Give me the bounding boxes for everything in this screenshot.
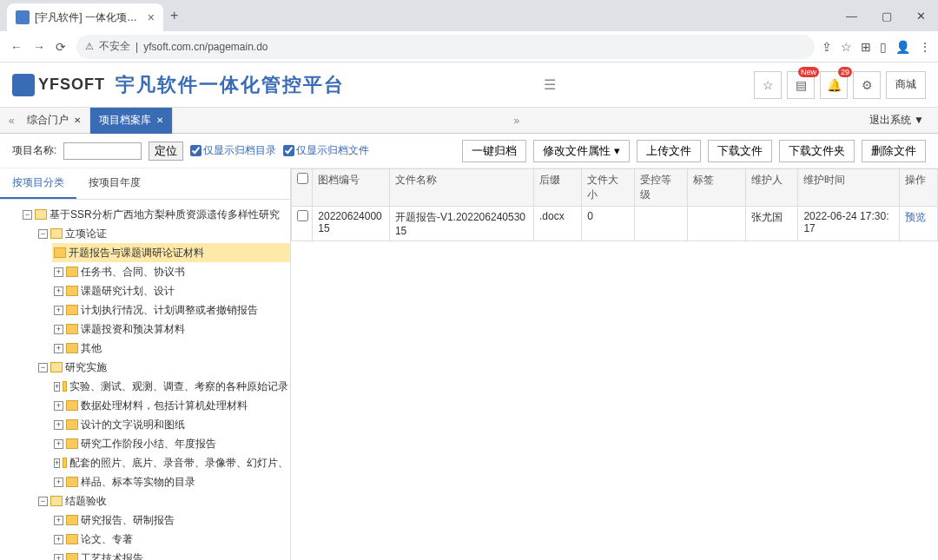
tab-scroll-right-icon[interactable]: » [510,115,523,127]
nav-back-icon[interactable]: ← [7,36,26,57]
collapse-icon[interactable]: − [38,497,48,506]
tree-node[interactable]: −立项论证 [36,224,290,243]
cell-action: 预览 [899,207,937,241]
tree-node[interactable]: +设计的文字说明和图纸 [52,415,290,434]
col-header[interactable]: 维护时间 [798,169,899,207]
expand-icon[interactable]: + [54,458,60,468]
tab-scroll-left-icon[interactable]: « [5,115,18,127]
expand-icon[interactable]: + [54,439,63,449]
app-logo[interactable]: YFSOFT [12,74,105,96]
tree-node[interactable]: −研究实施 [36,358,290,377]
share-icon[interactable]: ⇪ [822,40,832,54]
tree-node[interactable]: +样品、标本等实物的目录 [52,472,290,491]
nav-reload-icon[interactable]: ⟳ [52,36,69,57]
tree-node[interactable]: +任务书、合同、协议书 [52,262,290,281]
select-all-checkbox[interactable] [292,169,313,207]
tree-node[interactable]: +其他 [52,339,290,358]
preview-link[interactable]: 预览 [905,211,926,223]
tree-node[interactable]: +论文、专著 [52,530,290,549]
table-row[interactable]: 2022062400015 开题报告-V1.20220624053015 .do… [292,207,938,241]
upload-button[interactable]: 上传文件 [637,140,701,162]
header-bell-button[interactable]: 🔔29 [820,71,848,99]
expand-icon[interactable]: + [54,287,63,296]
download-folder-button[interactable]: 下载文件夹 [779,140,855,162]
tab-close-icon[interactable]: × [148,10,155,24]
locate-button[interactable]: 定位 [149,142,183,161]
folder-icon [66,419,78,430]
tree-node[interactable]: +研究报告、研制报告 [52,511,290,530]
cell-size: 0 [582,207,635,241]
collapse-icon[interactable]: − [23,210,32,220]
delete-button[interactable]: 删除文件 [862,140,926,162]
side-tab-year[interactable]: 按项目年度 [76,168,153,199]
window-maximize-icon[interactable]: ▢ [876,10,897,23]
window-minimize-icon[interactable]: — [841,10,862,23]
expand-icon[interactable]: + [54,535,63,544]
tree-node[interactable]: +配套的照片、底片、录音带、录像带、幻灯片、 [52,453,290,472]
header-menu-icon[interactable]: ☰ [544,76,556,93]
expand-icon[interactable]: + [54,325,63,334]
sidebar-tabs: 按项目分类 按项目年度 [0,168,290,200]
col-header[interactable]: 标签 [688,169,745,207]
tree-node[interactable]: +计划执行情况、计划调整或者撤销报告 [52,300,290,320]
side-tab-category[interactable]: 按项目分类 [0,168,76,199]
nav-forward-icon[interactable]: → [30,36,49,57]
new-tab-button[interactable]: + [170,8,178,23]
expand-icon[interactable]: + [54,420,63,430]
col-header[interactable]: 文件名称 [389,169,533,207]
expand-icon[interactable]: + [54,478,63,487]
tree-node[interactable]: +实验、测试、观测、调查、考察的各种原始记录 [52,377,290,396]
collapse-icon[interactable]: − [38,229,48,239]
tree-node[interactable]: +工艺技术报告 [52,549,290,560]
collapse-icon[interactable]: − [38,363,48,372]
col-header[interactable]: 文件大小 [582,169,635,207]
tree-node-selected[interactable]: 开题报告与课题调研论证材料 [52,243,290,262]
profile-icon[interactable]: 👤 [895,40,910,54]
project-name-input[interactable] [63,142,142,160]
tree-node[interactable]: +研究工作阶段小结、年度报告 [52,434,290,453]
row-checkbox[interactable] [292,207,313,241]
header-msg-button[interactable]: ▤New [787,71,815,99]
tree-node[interactable]: +课题投资和预决算材料 [52,320,290,339]
download-button[interactable]: 下载文件 [708,140,772,162]
main-area: 按项目分类 按项目年度 −基于SSR分析广西地方梨种质资源遗传多样性研究 −立项… [0,168,938,560]
tab-close-icon[interactable]: ✕ [156,115,163,125]
edit-attr-button[interactable]: 修改文件属性 ▾ [533,140,630,162]
inner-tab-portal[interactable]: 综合门户 ✕ [18,108,90,134]
expand-icon[interactable]: + [54,306,63,315]
tree-node[interactable]: −结题验收 [36,491,290,511]
tree-root[interactable]: −基于SSR分析广西地方梨种质资源遗传多样性研究 [21,205,290,224]
col-header[interactable]: 图档编号 [313,169,390,207]
tree-node[interactable]: +课题研究计划、设计 [52,281,290,300]
expand-icon[interactable]: + [54,382,60,392]
folder-icon [66,343,78,353]
show-archived-dirs-checkbox[interactable]: 仅显示归档目录 [190,143,276,158]
window-close-icon[interactable]: ✕ [911,10,931,23]
col-header[interactable]: 操作 [899,169,937,207]
archive-button[interactable]: 一键归档 [462,140,526,162]
show-archived-files-checkbox[interactable]: 仅显示归档文件 [283,143,369,158]
col-header[interactable]: 维护人 [745,169,798,207]
puzzle-icon[interactable]: ⊞ [861,40,871,54]
expand-icon[interactable]: + [54,267,63,277]
expand-icon[interactable]: + [54,344,63,353]
col-header[interactable]: 后缀 [533,169,581,207]
expand-icon[interactable]: + [54,554,63,561]
expand-icon[interactable]: + [54,401,63,411]
header-settings-button[interactable]: ⚙ [853,71,881,99]
project-tree[interactable]: −基于SSR分析广西地方梨种质资源遗传多样性研究 −立项论证 开题报告与课题调研… [0,200,290,560]
book-icon[interactable]: ▯ [880,40,887,54]
tab-close-icon[interactable]: ✕ [74,115,81,125]
tree-node[interactable]: +数据处理材料，包括计算机处理材料 [52,396,290,415]
inner-tab-archive[interactable]: 项目档案库 ✕ [90,108,173,134]
col-header[interactable]: 受控等级 [635,169,688,207]
browser-tab[interactable]: [宇凡软件] 一体化项目管理平台 × [7,3,163,31]
menu-icon[interactable]: ⋮ [919,40,931,54]
logout-dropdown[interactable]: 退出系统 ▼ [861,113,933,128]
expand-icon[interactable]: + [54,516,63,525]
folder-icon [63,381,67,392]
star-icon[interactable]: ☆ [841,40,852,54]
mall-button[interactable]: 商城 [886,71,926,99]
address-bar[interactable]: ⚠ 不安全 | yfsoft.com.cn/pagemain.do [76,35,815,59]
header-star-button[interactable]: ☆ [754,71,782,99]
